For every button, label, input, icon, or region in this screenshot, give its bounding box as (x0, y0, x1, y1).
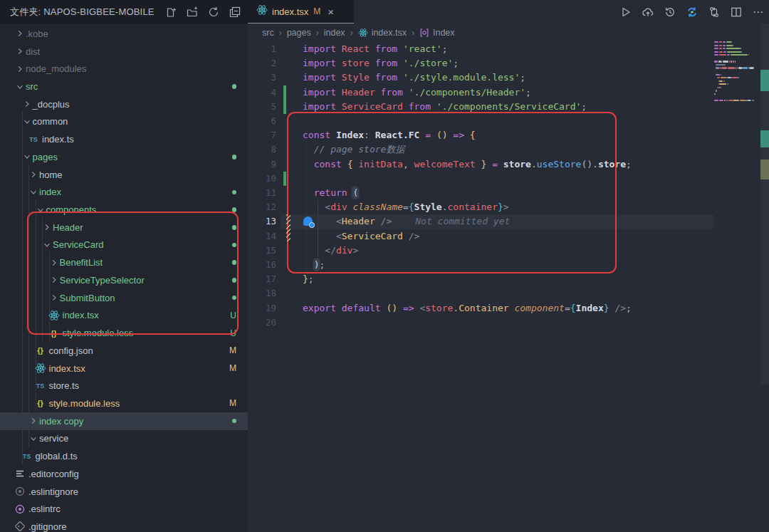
minimap-line (714, 41, 718, 43)
tree-folder-index[interactable]: index (0, 183, 248, 201)
tree-folder-common[interactable]: common (0, 113, 248, 131)
chevron-down-icon (21, 116, 33, 127)
explorer-header: 文件夹: NAPOS-BIGBEE-MOBILE (0, 0, 248, 24)
tab-close-icon[interactable]: × (328, 6, 334, 18)
minimap-line (714, 51, 718, 53)
minimap-line (726, 67, 727, 68)
breadcrumb-src[interactable]: src (262, 28, 274, 38)
new-file-icon[interactable] (164, 6, 177, 18)
code-line-2[interactable]: 2import store from './store'; (248, 56, 760, 71)
braces-file-icon: {} (35, 397, 46, 409)
code-line-17[interactable]: 17}; (248, 272, 760, 286)
tree-folder-.kobe[interactable]: .kobe (0, 25, 248, 43)
minimap-line (719, 54, 726, 56)
chevron-right-icon (28, 415, 39, 427)
tree-file-.eslintignore[interactable]: .eslintignore (0, 483, 248, 501)
minimap-line (726, 100, 728, 101)
new-folder-icon[interactable] (186, 6, 198, 18)
tree-folder-pages[interactable]: pages (0, 148, 248, 166)
line-number: 17 (248, 272, 276, 286)
minimap-line (731, 41, 732, 43)
code-line-1[interactable]: 1import React from 'react'; (248, 42, 760, 56)
minimap-line (714, 45, 718, 46)
minimap-line (715, 93, 716, 95)
git-modified-dot (232, 419, 237, 424)
tree-file-style.module.less[interactable]: {}style.module.lessM (0, 395, 248, 412)
tree-file-.eslintrc[interactable]: .eslintrc (0, 500, 248, 518)
minimap-line (714, 54, 718, 56)
git-compare-icon[interactable] (708, 6, 721, 19)
code-line-3[interactable]: 3import Style from './style.module.less'… (248, 71, 760, 85)
tree-folder-src[interactable]: src (0, 78, 248, 95)
tree-file-config.json[interactable]: {}config.jsonM (0, 342, 248, 360)
breadcrumbs: src›pages›index›index.tsx›Index (248, 24, 760, 42)
minimap-line (727, 51, 741, 53)
run-icon[interactable] (619, 6, 632, 19)
minimap-line (716, 90, 717, 91)
minimap-line (727, 54, 730, 56)
git-status-badge: M (229, 363, 236, 373)
git-modified-dot (232, 190, 237, 195)
tree-folder-index-copy[interactable]: index copy (0, 412, 248, 430)
tree-file-.editorconfig[interactable]: .editorconfig (0, 465, 248, 483)
minimap-line (743, 67, 748, 68)
tree-file-.gitignore[interactable]: .gitignore (0, 518, 248, 532)
breadcrumb-index.tsx[interactable]: index.tsx (358, 28, 407, 38)
line-number: 12 (248, 200, 276, 214)
cloud-upload-icon[interactable] (642, 6, 654, 19)
chevron-down-icon (21, 151, 33, 162)
chevron-right-icon (14, 63, 26, 75)
minimap-line (737, 67, 738, 68)
git-file-icon (14, 521, 26, 532)
minimap-line (738, 77, 739, 78)
git-status-badge: M (229, 345, 236, 355)
code-line-19[interactable]: 19export default () => <store.Container … (248, 301, 760, 315)
minimap-line (723, 48, 726, 49)
tree-file-index.ts[interactable]: TSindex.ts (0, 130, 248, 148)
tree-file-store.ts[interactable]: TSstore.ts (0, 377, 248, 395)
minimap-line (753, 67, 754, 68)
code-line-18[interactable]: 18 (248, 286, 760, 301)
minimap-line (731, 61, 732, 62)
tree-folder-node-modules[interactable]: node_modules (0, 60, 248, 78)
breadcrumb-index[interactable]: index (324, 28, 345, 38)
breadcrumb-pages[interactable]: pages (287, 28, 311, 38)
minimap-line (718, 77, 720, 78)
history-icon[interactable] (664, 6, 676, 19)
collapse-all-icon[interactable] (229, 6, 241, 18)
refresh-icon[interactable] (207, 6, 219, 18)
minimap-line (719, 100, 724, 101)
eslint-dim-file-icon (14, 486, 26, 497)
code-line-4[interactable]: 4import Header from './components/Header… (248, 85, 760, 100)
minimap-line (741, 48, 741, 49)
tree-folder--docplus[interactable]: _docplus (0, 95, 248, 113)
code-line-20[interactable]: 20 (248, 315, 760, 330)
tree-file-global.d.ts[interactable]: TSglobal.d.ts (0, 447, 248, 465)
minimap[interactable] (714, 41, 757, 127)
git-status-badge: M (229, 398, 236, 408)
minimap-line (719, 83, 726, 85)
line-number: 13 (248, 214, 276, 229)
tree-file-index.tsx[interactable]: index.tsxM (0, 360, 248, 377)
editor-actions: ⋯ (619, 0, 765, 24)
more-icon[interactable]: ⋯ (752, 6, 765, 19)
overview-ruler[interactable] (760, 24, 769, 532)
explorer-actions (164, 6, 241, 18)
tree-folder-home[interactable]: home (0, 166, 248, 184)
breadcrumb-separator: › (412, 28, 414, 38)
explorer-folder-title: 文件夹: NAPOS-BIGBEE-MOBILE (10, 6, 155, 19)
tab-index-tsx[interactable]: index.tsx M × (248, 0, 354, 24)
minimap-line (726, 45, 733, 46)
line-number: 19 (248, 301, 276, 315)
minimap-line (721, 77, 727, 78)
minimap-line (726, 41, 731, 43)
minimap-line (726, 48, 741, 49)
tree-folder-service[interactable]: service (0, 430, 248, 448)
minimap-line (735, 61, 736, 62)
minimap-line (729, 100, 733, 101)
tree-folder-dist[interactable]: dist (0, 43, 248, 61)
tab-label: index.tsx (272, 6, 308, 17)
split-editor-icon[interactable] (730, 6, 743, 19)
sync-extension-icon[interactable] (686, 6, 699, 19)
breadcrumb-index[interactable]: Index (419, 28, 455, 38)
